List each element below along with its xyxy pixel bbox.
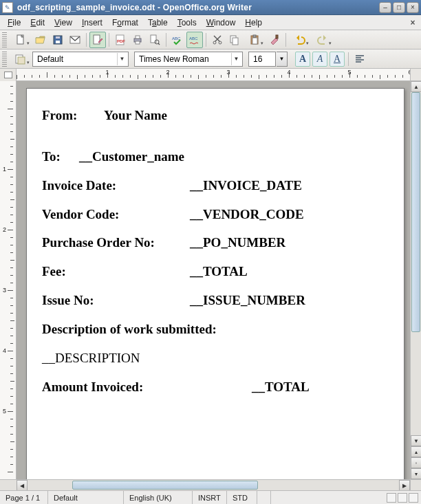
scroll-up-button[interactable]: ▲ <box>411 81 421 92</box>
view-multi-page-icon[interactable] <box>398 493 407 503</box>
scroll-thumb[interactable] <box>72 481 258 490</box>
menu-edit[interactable]: Edit <box>25 17 50 29</box>
menu-file[interactable]: File <box>3 17 25 29</box>
doc-line-invoice-date: Invoice Date: __INVOICE_DATE <box>42 178 389 193</box>
italic-button[interactable]: A <box>312 52 327 67</box>
toolbar-separator <box>285 33 286 47</box>
menu-window[interactable]: Window <box>202 17 241 29</box>
vertical-ruler[interactable]: 12345 <box>0 81 17 479</box>
view-single-page-icon[interactable] <box>387 493 396 503</box>
status-view-icons <box>384 491 421 504</box>
scrollbar-corner <box>410 480 421 490</box>
menu-format[interactable]: Format <box>107 17 143 29</box>
doc-line-fee: Fee: __TOTAL <box>42 264 389 279</box>
menu-insert[interactable]: Insert <box>77 17 107 29</box>
doc-line-issue: Issue No: __ISSUE_NUMBER <box>42 293 389 308</box>
app-doc-icon: ✎ <box>2 2 13 13</box>
vruler-label: 5 <box>3 408 6 415</box>
po-label: Purchase Order No: <box>42 235 190 250</box>
toolbar-separator <box>348 52 349 66</box>
status-page[interactable]: Page 1 / 1 <box>0 491 48 504</box>
scroll-track[interactable] <box>28 480 399 490</box>
undo-button[interactable] <box>289 32 311 48</box>
styles-window-button[interactable] <box>10 51 32 67</box>
invoice-date-value: __INVOICE_DATE <box>190 178 302 193</box>
scroll-track[interactable] <box>411 92 421 435</box>
menu-view[interactable]: View <box>50 17 77 29</box>
horizontal-ruler-row: 123456 <box>0 69 421 81</box>
copy-button[interactable] <box>226 32 243 48</box>
open-button[interactable] <box>32 32 49 48</box>
document-page[interactable]: From: Your Name To: __Customer_name Invo… <box>26 88 404 479</box>
menu-tools[interactable]: Tools <box>173 17 202 29</box>
status-style[interactable]: Default <box>48 491 124 504</box>
from-value: Your Name <box>104 108 167 123</box>
font-size-dropdown-button[interactable]: ▼ <box>277 52 288 67</box>
horizontal-ruler[interactable]: 123456 <box>17 69 410 80</box>
bold-button[interactable]: A <box>295 52 310 67</box>
save-button[interactable] <box>50 32 66 48</box>
redo-button[interactable] <box>312 32 334 48</box>
paste-button[interactable] <box>244 32 266 48</box>
print-button[interactable] <box>129 32 146 48</box>
styles-icon <box>15 54 26 65</box>
page-icon <box>15 34 26 45</box>
window-maximize-button[interactable]: □ <box>393 2 405 13</box>
menu-table[interactable]: Table <box>143 17 173 29</box>
email-button[interactable] <box>67 32 83 48</box>
svg-rect-3 <box>56 36 60 39</box>
window-close-button[interactable]: × <box>407 2 419 13</box>
next-page-button[interactable]: ▾ <box>411 468 421 479</box>
prev-page-button[interactable]: ▴ <box>411 446 421 457</box>
underline-button[interactable]: A <box>330 52 345 67</box>
menu-help[interactable]: Help <box>240 17 267 29</box>
to-value: __Customer_name <box>79 149 184 164</box>
format-paintbrush-button[interactable] <box>266 32 283 48</box>
horizontal-scrollbar[interactable]: ◀ ▶ <box>17 480 410 490</box>
edit-file-button[interactable] <box>89 32 106 48</box>
scroll-right-button[interactable]: ▶ <box>399 480 410 490</box>
spellcheck-button[interactable]: ABC <box>169 32 186 48</box>
vendor-code-value: __VENDOR_CODE <box>190 207 304 222</box>
svg-rect-2 <box>56 41 60 43</box>
svg-rect-21 <box>253 35 256 37</box>
scroll-down-button[interactable]: ▼ <box>411 435 421 446</box>
issue-label: Issue No: <box>42 293 190 308</box>
vruler-label: 1 <box>3 166 6 173</box>
vruler-label: 2 <box>3 226 6 233</box>
abc-wavy-icon: ABC <box>189 34 200 45</box>
scroll-left-button[interactable]: ◀ <box>17 480 28 490</box>
navigation-button[interactable]: ◦ <box>411 457 421 468</box>
document-content[interactable]: From: Your Name To: __Customer_name Invo… <box>42 108 389 394</box>
view-book-icon[interactable] <box>409 493 418 503</box>
printer-icon <box>132 34 143 45</box>
status-language[interactable]: English (UK) <box>124 491 193 504</box>
svg-text:ABC: ABC <box>189 36 198 41</box>
toolbar-grip[interactable] <box>2 32 7 47</box>
font-name-combo[interactable]: Times New Roman ▼ <box>134 52 243 67</box>
scroll-thumb[interactable] <box>411 92 420 332</box>
workspace: 123456 12345 From: Your Name To: __Custo… <box>0 69 421 490</box>
font-size-combo[interactable]: 16 <box>248 52 276 67</box>
svg-rect-9 <box>136 36 140 39</box>
svg-rect-24 <box>18 57 25 64</box>
new-document-button[interactable] <box>10 32 32 48</box>
paragraph-style-combo[interactable]: Default ▼ <box>32 52 129 67</box>
toolbar-standard: PDF ABC ABC <box>0 30 421 50</box>
export-pdf-button[interactable]: PDF <box>112 32 129 48</box>
page-magnifier-icon <box>149 34 160 45</box>
font-size-value: 16 <box>253 54 274 64</box>
status-signature[interactable] <box>257 491 271 504</box>
toolbar-grip[interactable] <box>2 52 7 67</box>
close-document-button[interactable]: × <box>407 17 418 28</box>
align-left-button[interactable] <box>352 51 368 67</box>
auto-spellcheck-button[interactable]: ABC <box>186 32 203 48</box>
status-insert-mode[interactable]: INSRT <box>193 491 227 504</box>
cut-button[interactable] <box>209 32 226 48</box>
status-selection-mode[interactable]: STD <box>227 491 257 504</box>
window-minimize-button[interactable]: – <box>379 2 391 13</box>
print-preview-button[interactable] <box>147 32 163 48</box>
document-viewport[interactable]: From: Your Name To: __Customer_name Invo… <box>17 81 410 479</box>
fee-value: __TOTAL <box>190 264 248 279</box>
vertical-scrollbar[interactable]: ▲ ▼ ▴ ◦ ▾ <box>410 81 421 479</box>
